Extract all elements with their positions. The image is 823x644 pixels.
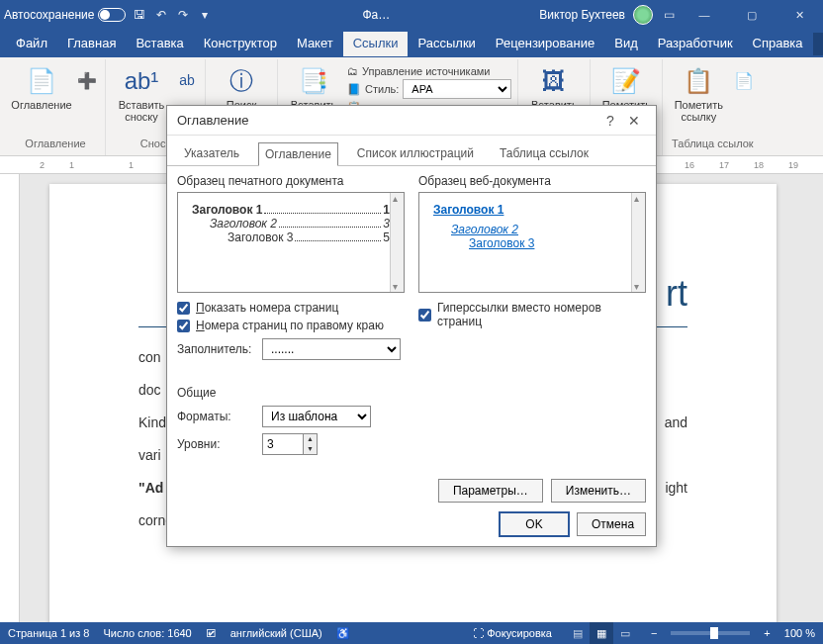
share-button[interactable]: 🔗 Поделиться — [813, 33, 823, 55]
web-preview-scrollbar[interactable] — [631, 193, 645, 292]
menu-layout[interactable]: Макет — [287, 32, 343, 56]
toc-label: Оглавление — [11, 99, 71, 111]
tab-refs[interactable]: Таблица ссылок — [493, 141, 595, 165]
print-preview-label: Образец печатного документа — [177, 174, 405, 188]
status-proofing-icon[interactable]: 🗹 — [206, 627, 217, 639]
tab-figures[interactable]: Список иллюстраций — [350, 141, 481, 165]
dialog-title: Оглавление — [177, 113, 598, 128]
tab-toc[interactable]: Оглавление — [258, 142, 338, 166]
toa-icon: 📄 — [728, 65, 760, 97]
footnote-extra-button[interactable]: ab — [175, 61, 199, 97]
params-button[interactable]: Параметры… — [438, 479, 543, 503]
right-align-checkbox[interactable]: Номера страниц по правому краю — [177, 319, 405, 332]
ruler-mark: 1 — [129, 160, 134, 170]
redo-icon[interactable]: ↷ — [175, 7, 191, 23]
menu-developer[interactable]: Разработчик — [648, 32, 743, 56]
tab-index[interactable]: Указатель — [177, 141, 246, 165]
autosave-toggle[interactable]: Автосохранение — [4, 8, 126, 22]
menu-mailings[interactable]: Рассылки — [408, 32, 485, 56]
style-row: 📘 Стиль: APA — [347, 79, 511, 99]
menu-home[interactable]: Главная — [57, 32, 126, 56]
search-button[interactable]: ⓘ Поиск — [212, 61, 271, 111]
status-page[interactable]: Страница 1 из 8 — [8, 627, 89, 639]
view-print-button[interactable]: ▦ — [590, 622, 613, 644]
caption-icon: 🖼 — [538, 65, 570, 97]
insert-toa-button[interactable]: 📄 — [732, 61, 756, 97]
general-section-label: Общие — [177, 386, 656, 400]
doc-text: and — [665, 413, 687, 433]
hyperlinks-label: Гиперссылки вместо номеров страниц — [437, 301, 646, 328]
zoom-value[interactable]: 100 % — [784, 627, 815, 639]
vertical-ruler[interactable] — [0, 174, 20, 622]
search-icon: ⓘ — [226, 65, 257, 97]
view-web-button[interactable]: ▭ — [613, 622, 637, 644]
menu-insert[interactable]: Вставка — [126, 32, 193, 56]
cancel-button[interactable]: Отмена — [577, 512, 646, 536]
insert-citation-icon: 📑 — [298, 65, 329, 97]
print-preview-column: Образец печатного документа Заголовок 11… — [177, 174, 405, 360]
filler-select[interactable]: ....... — [262, 338, 401, 360]
dialog-close-button[interactable]: ✕ — [622, 113, 646, 129]
dialog-help-button[interactable]: ? — [598, 113, 622, 129]
manage-sources-button[interactable]: 🗂 Управление источниками — [347, 65, 511, 77]
hyperlinks-checkbox[interactable]: Гиперссылки вместо номеров страниц — [418, 301, 646, 328]
insert-footnote-button[interactable]: ab¹ Вставить сноску — [112, 61, 171, 123]
minimize-button[interactable]: — — [685, 0, 724, 30]
modify-button[interactable]: Изменить… — [551, 479, 646, 503]
show-pages-checkbox[interactable]: Показать номера страниц — [177, 301, 405, 315]
mark-entry-button[interactable]: 📝 Пометить — [596, 61, 656, 111]
zoom-out-button[interactable]: − — [651, 627, 657, 639]
status-words[interactable]: Число слов: 1640 — [103, 627, 191, 639]
qat-dropdown-icon[interactable]: ▾ — [197, 7, 213, 23]
insert-citation-button[interactable]: 📑 Вставить — [284, 61, 343, 111]
filler-row: Заполнитель: ....... — [177, 338, 405, 360]
ok-button[interactable]: OK — [500, 512, 569, 536]
close-button[interactable]: ✕ — [779, 0, 819, 30]
ruler-mark: 2 — [40, 160, 45, 170]
mark-citation-button[interactable]: 📋 Пометить ссылку — [669, 61, 728, 123]
menu-help[interactable]: Справка — [743, 32, 813, 56]
zoom-slider[interactable] — [671, 631, 750, 635]
ribbon-options-icon[interactable]: ▭ — [661, 7, 677, 23]
menubar: Файл Главная Вставка Конструктор Макет С… — [0, 30, 823, 57]
menu-constructor[interactable]: Конструктор — [194, 32, 287, 56]
spin-up-icon[interactable]: ▲ — [303, 434, 317, 444]
focus-label: Фокусировка — [487, 627, 552, 639]
undo-icon[interactable]: ↶ — [153, 7, 169, 23]
autosave-label: Автосохранение — [4, 8, 94, 22]
formats-select[interactable]: Из шаблона — [262, 406, 371, 427]
menu-references[interactable]: Ссылки — [343, 32, 409, 56]
menu-view[interactable]: Вид — [604, 32, 648, 56]
menu-file[interactable]: Файл — [6, 32, 57, 56]
toc-button[interactable]: 📄 Оглавление — [12, 61, 71, 111]
status-accessibility-icon[interactable]: ♿ — [336, 627, 350, 640]
add-text-button[interactable]: ➕ — [75, 61, 99, 97]
ruler-mark: 1 — [69, 160, 74, 170]
toggle-pill-icon[interactable] — [98, 8, 126, 22]
user-name: Виктор Бухтеев — [539, 8, 625, 22]
formats-label: Форматы: — [177, 410, 254, 423]
style-icon: 📘 — [347, 83, 361, 96]
spin-down-icon[interactable]: ▼ — [303, 444, 317, 454]
maximize-button[interactable]: ▢ — [732, 0, 772, 30]
view-read-button[interactable]: ▤ — [566, 622, 590, 644]
insert-caption-button[interactable]: 🖼 Вставить — [524, 61, 584, 111]
web-h3: Заголовок 3 — [433, 236, 631, 250]
manage-sources-icon: 🗂 — [347, 65, 358, 77]
ruler-mark: 19 — [788, 160, 798, 170]
preview-scrollbar[interactable] — [390, 193, 404, 292]
web-preview-column: Образец веб-документа Заголовок 1 Заголо… — [418, 174, 646, 360]
levels-spinner[interactable]: ▲▼ — [262, 433, 318, 455]
web-h2: Заголовок 2 — [433, 223, 631, 236]
ribbon-group-toa: 📋 Пометить ссылку 📄 Таблица ссылок — [663, 59, 762, 155]
zoom-in-button[interactable]: + — [764, 627, 770, 639]
user-avatar-icon[interactable] — [633, 5, 653, 25]
right-align-label: омера страниц по правому краю — [205, 319, 384, 332]
toc-icon: 📄 — [26, 65, 57, 97]
style-select[interactable]: APA — [403, 79, 511, 99]
menu-review[interactable]: Рецензирование — [486, 32, 604, 56]
preview-h3: Заголовок 3 — [228, 230, 293, 244]
focus-mode-button[interactable]: ⛶ Фокусировка — [473, 627, 552, 639]
status-lang[interactable]: английский (США) — [230, 627, 322, 639]
save-icon[interactable]: 🖫 — [132, 7, 147, 23]
